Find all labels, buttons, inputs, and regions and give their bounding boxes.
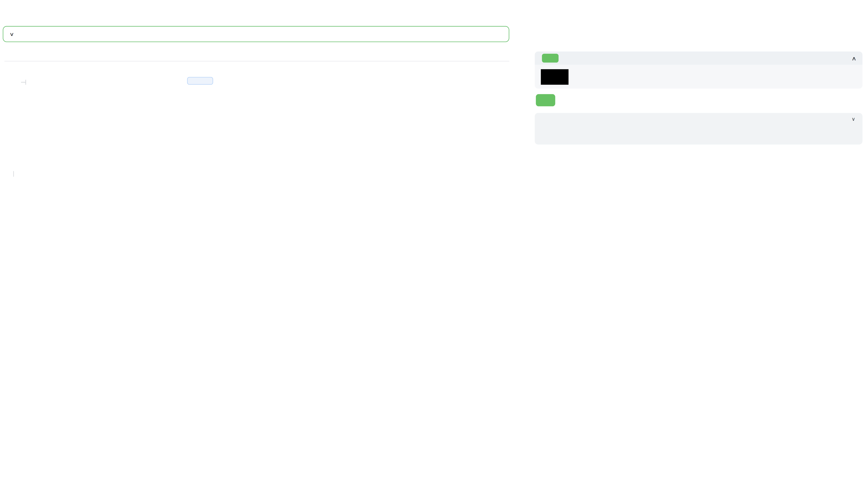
chevron-up-icon: ∧ (851, 55, 856, 61)
code-toolbar (535, 125, 862, 132)
request-header[interactable]: ∧ (535, 51, 862, 65)
success-response-toggle[interactable]: ∨ (3, 26, 509, 42)
partial-value-chip (187, 77, 213, 85)
schema-divider (4, 61, 509, 62)
request-url (535, 65, 862, 89)
prop-label (28, 77, 139, 78)
request-panel: ∧ ∨ (535, 51, 862, 144)
chevron-down-icon: ∨ (852, 116, 855, 122)
example-card: ∨ (535, 113, 862, 145)
chevron-down-icon: ∨ (10, 31, 14, 37)
method-badge (542, 54, 559, 63)
page: ∨ (0, 0, 868, 177)
status-line (535, 94, 862, 106)
example-select[interactable]: ∨ (535, 113, 862, 125)
status-code-badge (536, 94, 555, 106)
tree-line (13, 171, 14, 177)
url-text (541, 69, 569, 84)
redacted-host (541, 69, 569, 84)
